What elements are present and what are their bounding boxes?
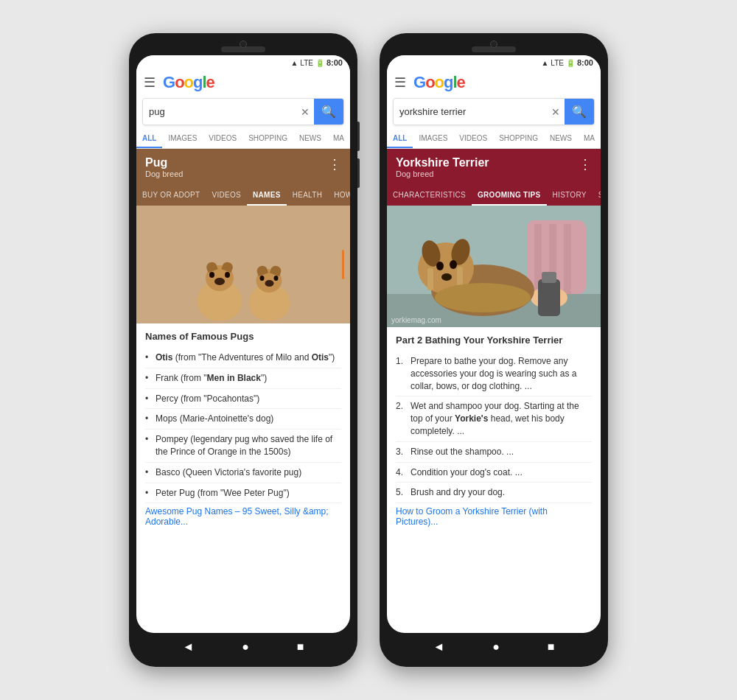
- tab-images[interactable]: IMAGES: [162, 130, 203, 148]
- list-item: 2. Wet and shampoo your dog. Starting at…: [396, 396, 592, 441]
- step-num-1: 1.: [396, 355, 403, 368]
- pug-right: [249, 284, 290, 321]
- pug-kp-more-button[interactable]: ⋮: [328, 156, 341, 172]
- list-item: Basco (Queen Victoria's favorite pug): [145, 463, 341, 483]
- yorkie-kp-more-button[interactable]: ⋮: [579, 156, 592, 172]
- recents-button[interactable]: ■: [297, 640, 304, 654]
- pug-clear-button[interactable]: ✕: [296, 106, 314, 118]
- yorkie-image-area: yorkiemag.com: [387, 206, 601, 327]
- volume-up-button[interactable]: [357, 122, 360, 151]
- yorkie-logo-o1: o: [425, 73, 434, 91]
- list-item: Percy (from "Pocahontas"): [145, 389, 341, 410]
- yorkie-tab-similar[interactable]: SIMILAR BRE: [593, 186, 601, 206]
- pug-silhouette: [198, 280, 290, 323]
- pug-head-left: [206, 265, 234, 291]
- pug-ear-left: [205, 261, 217, 273]
- tab-news[interactable]: NEWS: [293, 130, 327, 148]
- menu-icon[interactable]: ☰: [144, 74, 156, 91]
- pug-kp-title: Pug: [145, 156, 183, 169]
- pug-search-bar: ✕ 🔍: [142, 98, 344, 125]
- svg-rect-5: [564, 224, 571, 294]
- yorkie-search-input[interactable]: [394, 101, 547, 122]
- google-header: ☰ Google: [136, 69, 350, 95]
- yorkie-kp-subtitle: Dog breed: [396, 169, 489, 178]
- yorkie-more-link[interactable]: How to Groom a Yorkshire Terrier (with P…: [396, 503, 592, 530]
- home-button[interactable]: ●: [242, 640, 249, 654]
- yorkie-google-header: ☰ Google: [387, 69, 601, 95]
- step-num-4: 4.: [396, 466, 403, 479]
- logo-g: G: [163, 73, 175, 91]
- pug-left: [198, 280, 242, 321]
- pug-ear-right: [221, 261, 234, 273]
- back-button[interactable]: ◄: [182, 640, 194, 654]
- yorkie-home-button[interactable]: ●: [492, 640, 500, 654]
- pug-tab-buy[interactable]: BUY OR ADOPT: [136, 186, 206, 206]
- yorkie-logo-g2: g: [444, 73, 453, 91]
- yorkie-search-button[interactable]: 🔍: [565, 99, 594, 125]
- list-item: Pompey (legendary pug who saved the life…: [145, 430, 341, 463]
- pug-tab-videos[interactable]: VIDEOS: [206, 186, 247, 206]
- yorkie-time-display: 8:00: [577, 58, 593, 67]
- yorkie-logo-e: e: [457, 73, 465, 91]
- pug-inner-tabs: BUY OR ADOPT VIDEOS NAMES HEALTH HOW TO …: [136, 186, 350, 206]
- list-item: Mops (Marie-Antoinette's dog): [145, 409, 341, 430]
- yorkie-logo-g: G: [413, 73, 425, 91]
- yorkie-lte-indicator: LTE: [551, 59, 564, 67]
- tab-more[interactable]: MA: [327, 130, 350, 148]
- pug-search-button[interactable]: 🔍: [314, 99, 343, 125]
- pug-tab-train[interactable]: HOW TO TRAIN: [328, 186, 350, 206]
- pug-ear2-right: [270, 265, 282, 276]
- pug-search-tabs: ALL IMAGES VIDEOS SHOPPING NEWS MA: [136, 130, 350, 149]
- svg-point-15: [441, 273, 452, 281]
- yorkie-tab-videos[interactable]: VIDEOS: [453, 130, 493, 148]
- pug-eye-left: [209, 272, 214, 278]
- tab-videos[interactable]: VIDEOS: [203, 130, 242, 148]
- pug-ear2-left: [256, 265, 268, 276]
- yorkie-image-source: yorkiemag.com: [391, 316, 441, 324]
- pug-head-right: [256, 269, 282, 293]
- pug-search-input[interactable]: [143, 101, 296, 122]
- pug-image-area: [136, 206, 350, 323]
- yorkie-tab-shopping[interactable]: SHOPPING: [493, 130, 544, 148]
- pug-tab-names[interactable]: NAMES: [247, 186, 287, 206]
- list-item: Peter Pug (from "Wee Peter Pug"): [145, 483, 341, 504]
- yorkie-status-bar: ▲ LTE 🔋 8:00: [387, 55, 601, 69]
- time-display: 8:00: [326, 58, 343, 67]
- signal-icon: ▲: [290, 59, 298, 67]
- scroll-indicator: [342, 250, 344, 279]
- pug-names-section: Names of Famous Pugs Otis (from "The Adv…: [136, 323, 350, 537]
- yorkie-tab-all[interactable]: ALL: [387, 130, 413, 148]
- name-otis: Otis: [156, 352, 172, 363]
- yorkie-kp-title: Yorkshire Terrier: [396, 156, 489, 169]
- pug-more-link[interactable]: Awesome Pug Names – 95 Sweet, Silly &amp…: [145, 503, 341, 530]
- yorkie-tab-grooming[interactable]: GROOMING TIPS: [472, 186, 547, 206]
- list-item: Frank (from "Men in Black"): [145, 368, 341, 389]
- yorkie-recents-button[interactable]: ■: [548, 640, 555, 654]
- yorkie-back-button[interactable]: ◄: [433, 640, 444, 654]
- phones-container: ▲ LTE 🔋 8:00 ☰ Google ✕ 🔍 ALL I: [129, 33, 608, 667]
- pug-screen-content: Pug Dog breed ⋮ BUY OR ADOPT VIDEOS NAME…: [136, 149, 350, 633]
- pug-phone: ▲ LTE 🔋 8:00 ☰ Google ✕ 🔍 ALL I: [129, 33, 357, 667]
- yorkie-grooming-section: Part 2 Bathing Your Yorkshire Terrier 1.…: [387, 327, 601, 537]
- name-men-black: Men in Black: [207, 373, 261, 383]
- tab-all[interactable]: ALL: [136, 130, 162, 148]
- pug-tab-health[interactable]: HEALTH: [287, 186, 329, 206]
- pug-eye2-right: [274, 276, 279, 281]
- yorkie-menu-icon[interactable]: ☰: [394, 74, 406, 91]
- yorkie-tab-images[interactable]: IMAGES: [413, 130, 453, 148]
- google-logo: Google: [163, 73, 214, 92]
- svg-point-13: [436, 262, 444, 270]
- pug-nose2: [265, 280, 273, 287]
- tab-shopping[interactable]: SHOPPING: [242, 130, 293, 148]
- yorkie-tab-history[interactable]: HISTORY: [547, 186, 593, 206]
- name-otis2: Otis: [312, 352, 329, 363]
- step-num-5: 5.: [396, 486, 403, 499]
- yorkie-clear-button[interactable]: ✕: [547, 106, 565, 118]
- volume-down-button[interactable]: [357, 158, 360, 188]
- svg-rect-8: [542, 272, 556, 283]
- list-item: 5. Brush and dry your dog.: [396, 483, 592, 503]
- yorkie-tab-news[interactable]: NEWS: [544, 130, 578, 148]
- yorkie-tab-characteristics[interactable]: CHARACTERISTICS: [387, 186, 472, 206]
- yorkie-battery-icon: 🔋: [566, 59, 575, 67]
- yorkie-tab-more[interactable]: MA: [578, 130, 601, 148]
